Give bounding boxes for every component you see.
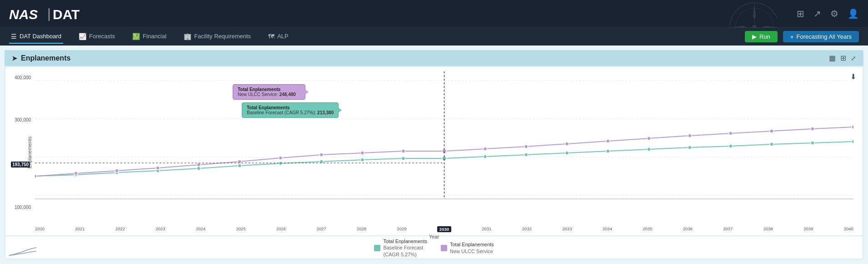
svg-point-29: [565, 151, 569, 155]
nas-logo-icon: NAS: [9, 5, 45, 23]
svg-point-32: [688, 146, 692, 149]
x-label-2036: 2036: [683, 226, 693, 232]
svg-point-55: [770, 129, 773, 133]
y-axis-label: Enplanements: [27, 136, 32, 168]
x-label-2024: 2024: [196, 226, 205, 232]
svg-point-52: [647, 137, 651, 140]
settings-icon[interactable]: ⚙: [830, 8, 838, 19]
svg-point-40: [156, 166, 160, 170]
legend-text-ulcc: Total Enplanements New ULCC Service: [450, 241, 494, 254]
svg-point-38: [74, 172, 78, 175]
svg-point-34: [770, 142, 773, 146]
run-label: Run: [759, 33, 770, 40]
main-content: ➤ Enplanements ▦ ⊞ ⤢ Enplanements ⬇: [0, 46, 868, 264]
user-icon[interactable]: 👤: [848, 8, 859, 19]
chart-area: Enplanements ⬇: [5, 67, 863, 235]
mini-chart-area: [9, 246, 36, 259]
svg-point-54: [729, 132, 733, 135]
tooltip-baseline: Total Enplanements Baseline Forecast (CA…: [242, 102, 339, 118]
panel-action-buttons: ▦ ⊞ ⤢: [829, 54, 856, 62]
header-icons: ⊞ ↗ ⚙ 👤: [797, 8, 859, 19]
svg-point-31: [647, 147, 651, 151]
forecasting-label: Forecasting All Years: [797, 33, 852, 40]
nav-item-dat-dashboard[interactable]: ☰ DAT Dashboard: [9, 30, 63, 44]
nav-item-forecasts[interactable]: 📈 Forecasts: [77, 30, 117, 44]
chart-legend: Total Enplanements Baseline Forecast (CA…: [5, 236, 863, 259]
grid-icon[interactable]: ⊞: [797, 8, 804, 19]
svg-point-24: [360, 158, 364, 162]
nav-label-financial: Financial: [143, 33, 166, 40]
expand-icon[interactable]: ⤢: [851, 55, 856, 62]
x-label-2029: 2029: [397, 226, 406, 232]
svg-point-22: [279, 162, 282, 165]
nav-item-financial[interactable]: 💹 Financial: [130, 30, 168, 44]
legend-color-ulcc: [441, 245, 447, 251]
tooltip-baseline-arrow: [338, 107, 342, 113]
facility-icon: 🏢: [184, 33, 191, 40]
connect-icon[interactable]: ↗: [813, 8, 821, 19]
tooltip-baseline-label: Baseline Forecast: [247, 110, 283, 115]
forecasts-icon: 📈: [79, 33, 86, 40]
svg-marker-8: [731, 26, 746, 27]
nav-label-forecasts: Forecasts: [89, 33, 115, 40]
svg-point-43: [279, 156, 282, 160]
x-axis-title: Year: [429, 234, 439, 239]
x-label-2032: 2032: [522, 226, 532, 232]
svg-point-56: [811, 127, 814, 131]
dat-dashboard-icon: ☰: [11, 33, 17, 40]
bar-chart-icon[interactable]: ▦: [829, 54, 836, 62]
y-tick-400k: 400,000: [15, 75, 31, 80]
nav-label-alp: ALP: [277, 33, 289, 40]
nav-item-alp[interactable]: 🗺 ALP: [266, 30, 290, 44]
nav-label-facility: Facility Requirements: [194, 33, 251, 40]
svg-point-48: [484, 147, 487, 151]
panel-header: ➤ Enplanements ▦ ⊞ ⤢: [5, 50, 863, 66]
legend-color-baseline: [374, 245, 380, 251]
legend-baseline-label: Total Enplanements: [383, 238, 427, 244]
tooltip-ulcc-value: 248,480: [279, 92, 296, 97]
svg-text:NAS: NAS: [9, 7, 38, 22]
legend-item-ulcc: Total Enplanements New ULCC Service: [441, 238, 494, 258]
x-label-2022: 2022: [115, 226, 125, 232]
legend-baseline-sublabel: Baseline Forecast: [383, 244, 427, 251]
x-label-2031: 2031: [482, 226, 491, 232]
download-icon[interactable]: ⬇: [850, 72, 856, 81]
panel-arrow-icon: ➤: [12, 55, 17, 62]
tooltip-baseline-value: 213,380: [317, 110, 334, 115]
table-view-icon[interactable]: ⊞: [840, 54, 846, 62]
panel-title-text: Enplanements: [21, 54, 70, 62]
tooltip-baseline-title: Total Enplanements: [247, 105, 334, 110]
nav-label-dat-dashboard: DAT Dashboard: [20, 33, 61, 40]
y-tick-100k: 100,000: [15, 205, 31, 210]
nav-item-facility-requirements[interactable]: 🏢 Facility Requirements: [182, 30, 253, 44]
svg-point-44: [319, 153, 323, 157]
legend-item-baseline: Total Enplanements Baseline Forecast (CA…: [374, 238, 427, 258]
svg-point-57: [852, 125, 853, 129]
x-label-2027: 2027: [316, 226, 326, 232]
svg-point-33: [729, 144, 733, 148]
x-label-2037: 2037: [723, 226, 733, 232]
financial-icon: 💹: [132, 33, 140, 40]
svg-marker-9: [763, 26, 777, 27]
tooltip-ulcc: Total Enplanements New ULCC Service: 248…: [233, 84, 305, 100]
svg-point-53: [688, 134, 692, 137]
svg-point-27: [484, 155, 487, 158]
forecasting-all-years-button[interactable]: ● Forecasting All Years: [783, 31, 859, 42]
x-label-2038: 2038: [763, 226, 773, 232]
nav-items: ☰ DAT Dashboard 📈 Forecasts 💹 Financial …: [9, 30, 290, 44]
svg-point-10: [752, 25, 757, 27]
app-logo: NAS | DAT: [9, 5, 80, 23]
y-tick-300k: 300,000: [15, 117, 31, 122]
x-label-2035: 2035: [643, 226, 652, 232]
svg-point-41: [197, 163, 200, 167]
x-label-2039: 2039: [803, 226, 813, 232]
svg-point-36: [852, 140, 853, 143]
svg-point-20: [197, 167, 200, 170]
run-button[interactable]: ▶ Run: [745, 31, 778, 42]
x-label-2028: 2028: [357, 226, 366, 232]
compass-watermark: [686, 0, 777, 27]
nav-bar: ☰ DAT Dashboard 📈 Forecasts 💹 Financial …: [0, 27, 868, 46]
x-label-2021: 2021: [75, 226, 85, 232]
svg-point-21: [238, 164, 241, 168]
x-label-2026: 2026: [276, 226, 286, 232]
